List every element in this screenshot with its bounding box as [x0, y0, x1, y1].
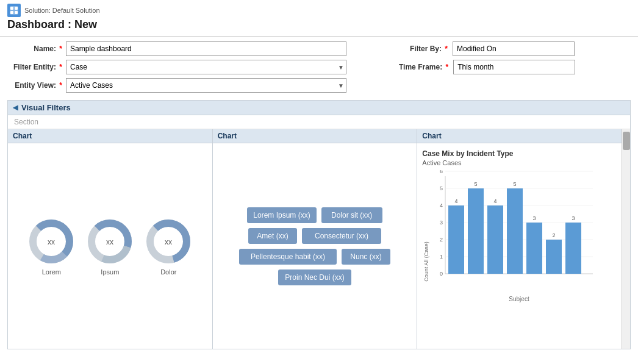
legend-box-1: Lorem Ipsum (xx) [247, 207, 316, 223]
time-frame-row: Time Frame: * [399, 60, 631, 74]
donut-svg-2: xx [85, 217, 134, 266]
svg-text:Count All (Case): Count All (Case) [423, 241, 429, 282]
bar-chart-subtitle: Active Cases [422, 159, 617, 166]
svg-text:5: 5 [475, 181, 478, 187]
chart-body-3: Case Mix by Incident Type Active Cases C… [417, 143, 622, 349]
scrollbar[interactable] [622, 129, 630, 349]
legend-box-5: Pellentesque habit (xx) [239, 249, 337, 265]
chart-header-1: Chart [8, 129, 212, 143]
chart-panel-3: Chart Case Mix by Incident Type Active C… [417, 129, 622, 349]
legend-row-2: Amet (xx) Consectetur (xx) [248, 228, 381, 244]
charts-outer: Chart xx Lorem [8, 129, 630, 349]
filter-by-row: Filter By: * [399, 41, 631, 56]
svg-text:xx: xx [48, 238, 55, 246]
legend-box-6: Nunc (xx) [342, 249, 390, 265]
filter-by-input[interactable] [453, 41, 575, 56]
svg-text:Subject: Subject [509, 296, 530, 302]
donut-svg-1: xx [27, 217, 76, 266]
vf-triangle-icon: ◀ [13, 104, 18, 112]
svg-rect-44 [565, 223, 581, 274]
filter-entity-select[interactable]: Case [66, 60, 346, 74]
form-area: Name: * Filter Entity: * Case ▼ Entity V… [0, 37, 638, 98]
svg-text:2: 2 [553, 232, 556, 238]
svg-rect-32 [448, 205, 464, 274]
svg-rect-3 [10, 11, 13, 14]
top-bar: Solution: Default Solution Dashboard : N… [0, 0, 638, 37]
filter-entity-row: Filter Entity: * Case ▼ [7, 60, 399, 74]
donut-label-2: Ipsum [101, 268, 119, 276]
svg-rect-40 [526, 223, 542, 274]
entity-view-select[interactable]: Active Cases [66, 78, 346, 93]
svg-rect-1 [10, 7, 13, 10]
solution-label: Solution: Default Solution [7, 4, 631, 17]
chart-panel-2: Chart Lorem Ipsum (xx) Dolor sit (xx) Am… [213, 129, 418, 349]
donut-label-1: Lorem [42, 268, 61, 276]
donut-row: xx Lorem xx Ipsum [27, 217, 193, 276]
chart-panel-1: Chart xx Lorem [8, 129, 213, 349]
chart-header-2: Chart [213, 129, 417, 143]
svg-text:5: 5 [440, 185, 443, 191]
donut-item-1: xx Lorem [27, 217, 76, 276]
visual-filters-header: ◀ Visual Filters [8, 101, 630, 115]
vf-header-label: Visual Filters [21, 103, 71, 112]
svg-rect-42 [546, 240, 562, 274]
svg-text:xx: xx [106, 238, 113, 246]
solution-icon [7, 4, 21, 17]
svg-text:2: 2 [440, 237, 443, 243]
scrollbar-thumb[interactable] [623, 132, 630, 150]
time-frame-input[interactable] [453, 60, 575, 74]
svg-rect-2 [15, 7, 18, 10]
name-row: Name: * [7, 41, 399, 56]
legend-box-7: Proin Nec Dui (xx) [278, 269, 351, 285]
filter-by-label: Filter By: * [399, 45, 448, 53]
donut-item-2: xx Ipsum [85, 217, 134, 276]
svg-text:3: 3 [572, 215, 575, 221]
bar-chart-title: Case Mix by Incident Type [422, 149, 617, 158]
svg-rect-38 [507, 188, 523, 274]
chart-body-1: xx Lorem xx Ipsum [8, 143, 212, 349]
svg-text:4: 4 [494, 198, 497, 204]
svg-text:6: 6 [440, 170, 443, 174]
chart-header-3: Chart [417, 129, 622, 143]
name-label: Name: * [7, 45, 62, 53]
form-right: Filter By: * Time Frame: * [399, 41, 631, 93]
visual-filters-section: ◀ Visual Filters Section Chart x [7, 100, 631, 349]
svg-text:3: 3 [533, 215, 536, 221]
donut-item-3: xx Dolor [144, 217, 193, 276]
bar-chart-svg: Count All (Case) 0 1 2 3 4 5 6 [422, 170, 599, 304]
svg-rect-4 [15, 11, 18, 14]
legend-row-1: Lorem Ipsum (xx) Dolor sit (xx) [247, 207, 382, 223]
legend-row-4: Proin Nec Dui (xx) [278, 269, 351, 285]
solution-text: Solution: Default Solution [24, 7, 100, 14]
filter-entity-label: Filter Entity: * [7, 63, 62, 71]
svg-rect-36 [487, 205, 503, 274]
entity-view-select-wrap: Active Cases ▼ [66, 78, 346, 93]
legend-row-3: Pellentesque habit (xx) Nunc (xx) [239, 249, 390, 265]
charts-row: Chart xx Lorem [8, 129, 622, 349]
filter-entity-select-wrap: Case ▼ [66, 60, 346, 74]
page-title: Dashboard : New [7, 18, 631, 31]
legend-box-4: Consectetur (xx) [302, 228, 381, 244]
time-frame-label: Time Frame: * [399, 63, 448, 71]
chart-body-2: Lorem Ipsum (xx) Dolor sit (xx) Amet (xx… [213, 143, 417, 349]
entity-view-label: Entity View: * [7, 81, 62, 90]
svg-text:4: 4 [455, 198, 458, 204]
svg-rect-34 [468, 188, 484, 274]
svg-text:0: 0 [440, 271, 443, 277]
svg-text:1: 1 [440, 254, 443, 260]
legend-grid: Lorem Ipsum (xx) Dolor sit (xx) Amet (xx… [218, 148, 412, 344]
bar-chart-container: Case Mix by Incident Type Active Cases C… [420, 147, 619, 346]
legend-box-3: Amet (xx) [248, 228, 297, 244]
svg-text:5: 5 [514, 181, 517, 187]
donut-svg-3: xx [144, 217, 193, 266]
svg-text:xx: xx [165, 238, 172, 246]
form-left: Name: * Filter Entity: * Case ▼ Entity V… [7, 41, 399, 93]
legend-box-2: Dolor sit (xx) [321, 207, 382, 223]
svg-text:4: 4 [440, 202, 443, 209]
entity-view-row: Entity View: * Active Cases ▼ [7, 78, 399, 93]
donut-label-3: Dolor [160, 268, 176, 276]
name-input[interactable] [66, 41, 346, 56]
section-label: Section [8, 115, 630, 129]
svg-text:3: 3 [440, 219, 443, 226]
